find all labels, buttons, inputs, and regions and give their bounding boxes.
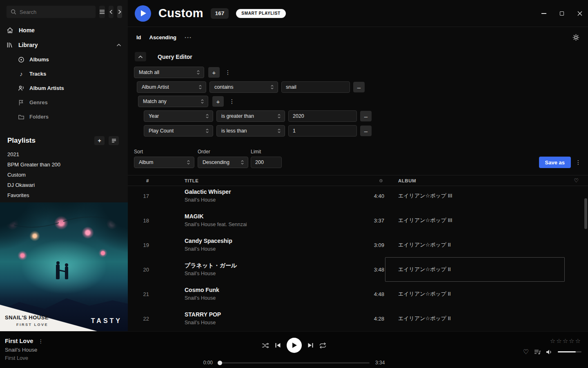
speaker-icon <box>546 349 552 355</box>
sort-field-button[interactable]: Id <box>136 34 141 40</box>
sidebar-item-label: Tracks <box>29 71 46 77</box>
playlist-item[interactable]: BPM Greater than 200 <box>0 159 128 170</box>
remove-rule-button[interactable]: – <box>353 82 365 92</box>
add-playlist-button[interactable]: + <box>94 136 105 145</box>
rule-operator-select[interactable]: is less than <box>216 125 285 137</box>
table-row[interactable]: 21 Cosmo FunkSnail’s House 4:48 エイリアン☆ポッ… <box>128 282 588 306</box>
rule-operator-select[interactable]: contains <box>209 81 278 93</box>
rule-field-select[interactable]: Year <box>144 110 213 122</box>
track-count-badge: 167 <box>211 8 229 19</box>
sidebar-item-folders[interactable]: Folders <box>0 110 128 124</box>
query-rule-row: Play Count is less than – <box>144 125 372 137</box>
minimize-button[interactable] <box>541 10 547 17</box>
save-menu-button[interactable]: ⋮ <box>574 157 582 168</box>
maximize-button[interactable] <box>559 10 565 17</box>
heart-icon[interactable]: ♡ <box>574 177 579 184</box>
playlist-list-button[interactable] <box>109 136 119 145</box>
group-match-type-select[interactable]: Match any <box>138 96 208 107</box>
queue-button[interactable] <box>534 349 541 355</box>
sort-order-button[interactable]: Ascending <box>149 34 176 40</box>
track-menu-button[interactable]: ⋮ <box>38 338 43 344</box>
play-pause-button[interactable] <box>287 338 302 353</box>
column-album[interactable]: ALBUM <box>385 178 565 183</box>
volume-slider[interactable] <box>558 351 581 352</box>
table-row[interactable]: 19 Candy SpaceshipSnail’s House 3:09 エイリ… <box>128 233 588 257</box>
select-value: Play Count <box>149 128 174 134</box>
repeat-button[interactable] <box>319 342 326 349</box>
sidebar-item-albums[interactable]: Albums <box>0 52 128 67</box>
sidebar-item-label: Library <box>18 42 38 48</box>
save-as-button[interactable]: Save as <box>539 157 571 168</box>
more-options-button[interactable]: ··· <box>185 34 192 41</box>
rule-value-input[interactable] <box>281 81 350 93</box>
track-number: 18 <box>128 218 153 224</box>
sidebar-nav: Home Library Albums ♪ Tracks Album Artis… <box>0 23 128 124</box>
close-button[interactable] <box>577 10 583 17</box>
minimize-icon <box>541 13 546 14</box>
remove-rule-button[interactable]: – <box>360 111 372 121</box>
rule-field-select[interactable]: Play Count <box>144 125 213 137</box>
match-type-select[interactable]: Match all <box>134 67 204 78</box>
track-album-focused[interactable]: エイリアン☆ポップ II <box>385 257 565 282</box>
table-row[interactable]: 17 Galactic WhisperSnail’s House 4:40 エイ… <box>128 186 588 208</box>
rule-group-menu-button[interactable]: ⋮ <box>224 67 232 78</box>
table-row[interactable]: 20 プラネット・ガールSnail’s House 3:48 エイリアン☆ポップ… <box>128 257 588 282</box>
menu-button[interactable] <box>99 6 105 18</box>
favorite-button[interactable]: ♡ <box>523 348 529 356</box>
sidebar-item-genres[interactable]: Genres <box>0 95 128 110</box>
limit-input[interactable] <box>251 157 282 168</box>
rule-value-input[interactable] <box>288 110 357 122</box>
playlist-item[interactable]: 2021 <box>0 149 128 159</box>
table-row[interactable]: 22 STARRY POPSnail’s House 4:28 エイリアン☆ポッ… <box>128 306 588 331</box>
previous-button[interactable] <box>275 343 281 348</box>
now-playing-artwork[interactable]: SNAIL'S HOUSE FIRST LOVE TASTY <box>0 202 128 331</box>
chevron-up-icon <box>138 55 143 58</box>
rule-operator-select[interactable]: is greater than <box>216 110 285 122</box>
sidebar-item-album-artists[interactable]: Album Artists <box>0 81 128 95</box>
rating-stars[interactable]: ☆☆☆☆☆ <box>550 337 581 345</box>
add-group-rule-button[interactable]: + <box>212 96 224 107</box>
column-title[interactable]: TITLE <box>177 178 354 183</box>
rule-value-input[interactable] <box>288 125 357 137</box>
next-button[interactable] <box>307 343 314 348</box>
group-menu-button[interactable]: ⋮ <box>228 96 236 107</box>
unfold-icon <box>205 113 209 119</box>
nav-forward-button[interactable] <box>117 6 122 18</box>
playlist-item[interactable]: Custom <box>0 170 128 180</box>
unfold-icon <box>200 99 204 104</box>
scrollbar-thumb[interactable] <box>584 198 587 229</box>
unfold-icon <box>270 84 274 90</box>
playlist-item[interactable]: DJ Okawari <box>0 180 128 190</box>
search-field[interactable] <box>20 9 91 15</box>
sidebar-item-home[interactable]: Home <box>0 23 128 38</box>
artist-icon <box>18 85 24 92</box>
seek-slider[interactable] <box>218 362 370 364</box>
now-playing-album[interactable]: First Love <box>5 355 43 361</box>
sidebar-item-library[interactable]: Library <box>0 38 128 52</box>
library-icon <box>7 42 13 48</box>
now-playing-artist[interactable]: Snail’s House <box>5 347 43 353</box>
remove-rule-button[interactable]: – <box>360 126 372 136</box>
rule-field-select[interactable]: Album Artist <box>137 81 206 93</box>
seek-handle[interactable] <box>218 361 222 365</box>
track-artist: Snail’s House <box>185 246 354 252</box>
order-select[interactable]: Descending <box>198 157 248 168</box>
unfold-icon <box>277 113 281 119</box>
playlist-play-button[interactable] <box>135 5 151 22</box>
clock-icon[interactable] <box>379 178 385 184</box>
collapse-query-editor-button[interactable] <box>135 52 146 61</box>
nav-back-button[interactable] <box>109 6 114 18</box>
search-input[interactable] <box>7 6 96 18</box>
column-index[interactable]: # <box>128 178 153 183</box>
sidebar-item-tracks[interactable]: ♪ Tracks <box>0 67 128 81</box>
volume-button[interactable] <box>546 349 552 355</box>
shuffle-button[interactable] <box>262 343 269 348</box>
plus-icon: + <box>216 98 220 105</box>
table-row[interactable]: 18 MAGIKSnail’s House feat. Sennzai 3:37… <box>128 208 588 233</box>
track-artist: Snail’s House <box>185 197 354 203</box>
music-note-icon: ♪ <box>18 70 24 77</box>
add-rule-button[interactable]: + <box>208 67 220 78</box>
playlist-item[interactable]: Favorites <box>0 190 128 200</box>
sort-select[interactable]: Album <box>134 157 194 168</box>
settings-button[interactable] <box>572 33 580 41</box>
